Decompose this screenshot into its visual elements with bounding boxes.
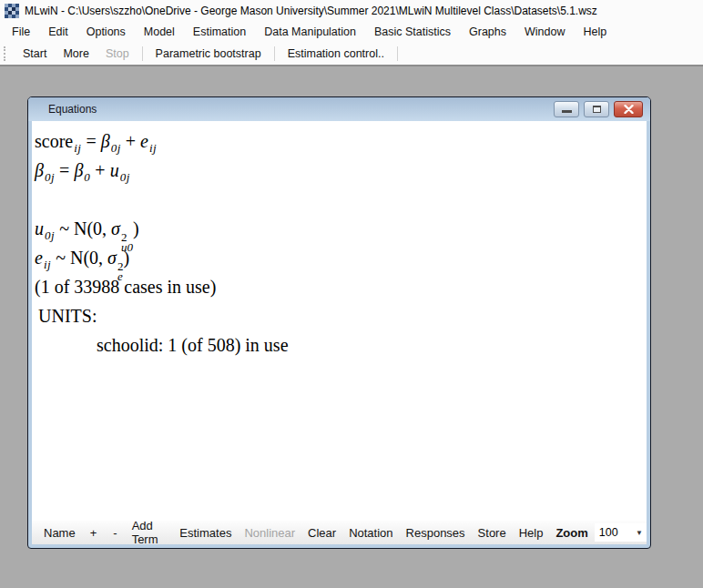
more-button[interactable]: More xyxy=(55,47,97,60)
remove-level-button[interactable]: - xyxy=(105,526,125,540)
equation-line-response[interactable]: scoreij = β0j + eij xyxy=(35,127,647,156)
clear-button[interactable]: Clear xyxy=(301,526,342,540)
equations-toolbar: Name + - Add Term Estimates Nonlinear Cl… xyxy=(32,521,647,544)
tilde-sign: ~ xyxy=(51,248,70,268)
app-icon xyxy=(5,4,19,18)
equals-sign: = xyxy=(81,131,100,151)
tilde-sign: ~ xyxy=(55,218,74,238)
distribution-text: N(0, xyxy=(74,218,111,238)
equations-body: scoreij = β0j + eij β0j = β0 + u0j u0j ~… xyxy=(32,121,647,521)
minimize-button[interactable] xyxy=(554,101,579,117)
toolbar-separator xyxy=(142,46,143,61)
term[interactable]: β xyxy=(74,160,83,180)
term[interactable]: score xyxy=(35,131,73,151)
store-button[interactable]: Store xyxy=(472,526,513,540)
closing-paren: ) xyxy=(133,218,139,238)
equations-window: Equations scoreij = β0j + eij β0j = β0 +… xyxy=(27,96,651,549)
plus-sign: + xyxy=(121,131,140,151)
menu-item-basic-statistics[interactable]: Basic Statistics xyxy=(365,21,460,43)
menu-item-data-manipulation[interactable]: Data Manipulation xyxy=(255,21,365,43)
sigma-symbol[interactable]: σ xyxy=(107,248,117,268)
mdi-client-area: Equations scoreij = β0j + eij β0j = β0 +… xyxy=(0,66,703,588)
name-button[interactable]: Name xyxy=(37,526,82,540)
add-level-button[interactable]: + xyxy=(82,526,106,540)
help-button[interactable]: Help xyxy=(513,526,550,540)
equation-line-blank xyxy=(35,185,647,214)
term[interactable]: e xyxy=(140,131,148,151)
menu-item-model[interactable]: Model xyxy=(135,21,184,43)
estimation-control-button[interactable]: Estimation control.. xyxy=(280,47,392,60)
equation-line-u-distribution[interactable]: u0j ~ N(0, σ2u0) xyxy=(35,214,647,243)
term-subscript: 0j xyxy=(45,228,55,242)
close-icon xyxy=(624,105,634,114)
toolbar-separator xyxy=(274,46,275,61)
equations-window-title: Equations xyxy=(48,103,97,116)
distribution-text: N(0, xyxy=(70,248,107,268)
app-title: MLwiN - C:\Users\szzho\OneDrive - George… xyxy=(25,5,597,17)
parametric-bootstrap-button[interactable]: Parametric bootstrap xyxy=(148,47,270,60)
menu-item-estimation[interactable]: Estimation xyxy=(184,21,255,43)
cases-in-use-text: (1 of 33988 cases in use) xyxy=(35,272,647,301)
term[interactable]: u xyxy=(35,218,44,238)
notation-button[interactable]: Notation xyxy=(342,526,399,540)
equation-line-intercept[interactable]: β0j = β0 + u0j xyxy=(35,156,647,185)
menu-item-graphs[interactable]: Graphs xyxy=(460,21,515,43)
add-term-button[interactable]: Add Term xyxy=(126,519,174,546)
term-subscript: 0j xyxy=(111,141,121,155)
chevron-down-icon: ▼ xyxy=(636,529,643,537)
equations-frame: scoreij = β0j + eij β0j = β0 + u0j u0j ~… xyxy=(28,121,650,548)
menu-item-help[interactable]: Help xyxy=(575,21,616,43)
closing-paren: ) xyxy=(123,248,129,268)
stop-button: Stop xyxy=(97,47,138,60)
minimize-icon xyxy=(562,110,572,113)
toolbar-separator xyxy=(397,46,398,61)
restore-icon xyxy=(593,106,601,113)
equations-titlebar[interactable]: Equations xyxy=(28,97,650,121)
menu-item-file[interactable]: File xyxy=(3,21,39,43)
restore-button[interactable] xyxy=(584,101,609,117)
term[interactable]: e xyxy=(35,248,43,268)
app-titlebar: MLwiN - C:\Users\szzho\OneDrive - George… xyxy=(0,0,703,21)
app-toolbar: Start More Stop Parametric bootstrap Est… xyxy=(0,43,703,65)
plus-sign: + xyxy=(90,160,109,180)
sigma-symbol[interactable]: σ xyxy=(111,218,120,238)
start-button[interactable]: Start xyxy=(15,47,55,60)
term[interactable]: β xyxy=(101,131,110,151)
zoom-select[interactable]: 100 ▼ xyxy=(595,523,647,542)
window-controls xyxy=(554,101,643,117)
equation-line-e-distribution[interactable]: eij ~ N(0, σ2e) xyxy=(35,243,647,272)
equals-sign: = xyxy=(55,160,74,180)
menu-item-window[interactable]: Window xyxy=(515,21,574,43)
term[interactable]: β xyxy=(35,160,44,180)
term[interactable]: u xyxy=(110,160,119,180)
toolbar-grip-handle[interactable] xyxy=(4,46,7,61)
zoom-label: Zoom xyxy=(549,526,594,540)
units-schoolid-text: schoolid: 1 (of 508) in use xyxy=(35,330,647,360)
term-subscript: 0j xyxy=(45,170,55,184)
term-subscript: 0j xyxy=(120,170,130,184)
term-subscript: ij xyxy=(149,141,157,155)
menu-item-edit[interactable]: Edit xyxy=(39,21,77,43)
menu-item-options[interactable]: Options xyxy=(77,21,135,43)
units-label: UNITS: xyxy=(35,301,647,330)
estimates-button[interactable]: Estimates xyxy=(173,526,238,540)
close-button[interactable] xyxy=(614,101,643,117)
term-subscript: ij xyxy=(44,258,51,271)
menubar: File Edit Options Model Estimation Data … xyxy=(0,21,703,43)
responses-button[interactable]: Responses xyxy=(400,526,472,540)
zoom-value: 100 xyxy=(599,526,618,539)
nonlinear-button: Nonlinear xyxy=(238,526,301,540)
